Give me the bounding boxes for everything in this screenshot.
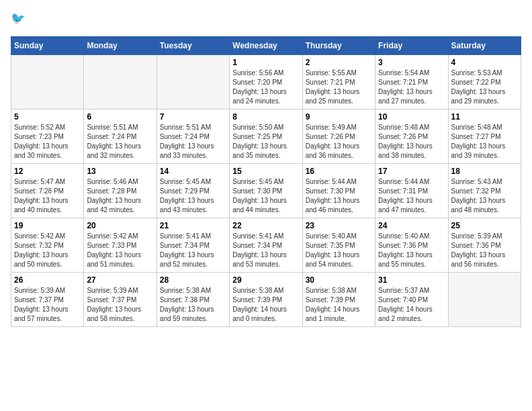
calendar-cell: 21Sunrise: 5:41 AMSunset: 7:34 PMDayligh…	[157, 218, 229, 273]
day-number: 15	[232, 167, 299, 176]
calendar-cell: 17Sunrise: 5:44 AMSunset: 7:31 PMDayligh…	[375, 164, 448, 218]
day-number: 26	[14, 275, 81, 285]
weekday-header: Friday	[375, 37, 448, 55]
day-number: 7	[160, 112, 226, 122]
calendar-week-row: 19Sunrise: 5:42 AMSunset: 7:32 PMDayligh…	[11, 218, 521, 273]
day-info: Sunrise: 5:49 AMSunset: 7:26 PMDaylight:…	[306, 123, 372, 161]
calendar-cell	[11, 55, 84, 109]
calendar-cell: 11Sunrise: 5:48 AMSunset: 7:27 PMDayligh…	[448, 109, 521, 164]
day-info: Sunrise: 5:43 AMSunset: 7:32 PMDaylight:…	[451, 177, 518, 215]
calendar-cell: 2Sunrise: 5:55 AMSunset: 7:21 PMDaylight…	[302, 55, 375, 109]
calendar-cell: 24Sunrise: 5:40 AMSunset: 7:36 PMDayligh…	[375, 218, 448, 273]
day-number: 1	[232, 58, 299, 67]
day-number: 30	[306, 275, 372, 285]
calendar-cell: 8Sunrise: 5:50 AMSunset: 7:25 PMDaylight…	[230, 109, 302, 164]
calendar-cell: 5Sunrise: 5:52 AMSunset: 7:23 PMDaylight…	[11, 109, 84, 164]
day-info: Sunrise: 5:44 AMSunset: 7:31 PMDaylight:…	[378, 177, 445, 215]
day-info: Sunrise: 5:37 AMSunset: 7:40 PMDaylight:…	[378, 286, 445, 324]
weekday-header: Monday	[84, 37, 157, 55]
calendar-cell: 1Sunrise: 5:56 AMSunset: 7:20 PMDaylight…	[230, 55, 302, 109]
day-number: 6	[87, 112, 153, 122]
day-number: 5	[14, 112, 81, 122]
day-info: Sunrise: 5:38 AMSunset: 7:39 PMDaylight:…	[232, 286, 299, 324]
day-info: Sunrise: 5:56 AMSunset: 7:20 PMDaylight:…	[232, 68, 299, 106]
day-number: 2	[306, 58, 372, 67]
day-info: Sunrise: 5:41 AMSunset: 7:34 PMDaylight:…	[232, 232, 299, 269]
calendar-cell	[84, 55, 157, 109]
calendar-cell: 22Sunrise: 5:41 AMSunset: 7:34 PMDayligh…	[230, 218, 302, 273]
day-info: Sunrise: 5:39 AMSunset: 7:37 PMDaylight:…	[14, 286, 81, 324]
day-number: 13	[87, 167, 153, 176]
calendar-table: SundayMondayTuesdayWednesdayThursdayFrid…	[11, 36, 521, 327]
day-number: 28	[160, 275, 226, 285]
day-info: Sunrise: 5:38 AMSunset: 7:39 PMDaylight:…	[306, 286, 372, 324]
day-info: Sunrise: 5:44 AMSunset: 7:30 PMDaylight:…	[306, 177, 372, 215]
calendar-cell: 25Sunrise: 5:39 AMSunset: 7:36 PMDayligh…	[448, 218, 521, 273]
calendar-cell: 19Sunrise: 5:42 AMSunset: 7:32 PMDayligh…	[11, 218, 84, 273]
calendar-cell: 6Sunrise: 5:51 AMSunset: 7:24 PMDaylight…	[84, 109, 157, 164]
calendar-cell: 20Sunrise: 5:42 AMSunset: 7:33 PMDayligh…	[84, 218, 157, 273]
calendar-cell: 9Sunrise: 5:49 AMSunset: 7:26 PMDaylight…	[302, 109, 375, 164]
day-info: Sunrise: 5:45 AMSunset: 7:30 PMDaylight:…	[232, 177, 299, 215]
day-number: 4	[451, 58, 518, 67]
day-number: 24	[378, 221, 445, 230]
day-number: 10	[378, 112, 445, 122]
day-info: Sunrise: 5:47 AMSunset: 7:28 PMDaylight:…	[14, 177, 81, 215]
day-info: Sunrise: 5:40 AMSunset: 7:35 PMDaylight:…	[306, 232, 372, 269]
day-info: Sunrise: 5:51 AMSunset: 7:24 PMDaylight:…	[160, 123, 226, 161]
day-info: Sunrise: 5:42 AMSunset: 7:33 PMDaylight:…	[87, 232, 153, 269]
calendar-cell: 14Sunrise: 5:45 AMSunset: 7:29 PMDayligh…	[157, 164, 229, 218]
logo: 🐦	[11, 11, 32, 30]
calendar-cell: 26Sunrise: 5:39 AMSunset: 7:37 PMDayligh…	[11, 273, 84, 327]
day-number: 8	[232, 112, 299, 122]
weekday-header-row: SundayMondayTuesdayWednesdayThursdayFrid…	[11, 37, 521, 55]
calendar-week-row: 26Sunrise: 5:39 AMSunset: 7:37 PMDayligh…	[11, 273, 521, 327]
calendar-cell: 16Sunrise: 5:44 AMSunset: 7:30 PMDayligh…	[302, 164, 375, 218]
weekday-header: Sunday	[11, 37, 84, 55]
day-info: Sunrise: 5:55 AMSunset: 7:21 PMDaylight:…	[306, 68, 372, 106]
day-info: Sunrise: 5:45 AMSunset: 7:29 PMDaylight:…	[160, 177, 226, 215]
page-header: 🐦	[11, 11, 521, 30]
logo-icon: 🐦	[11, 11, 30, 30]
day-number: 3	[378, 58, 445, 67]
calendar-cell: 30Sunrise: 5:38 AMSunset: 7:39 PMDayligh…	[302, 273, 375, 327]
calendar-cell	[448, 273, 521, 327]
day-info: Sunrise: 5:53 AMSunset: 7:22 PMDaylight:…	[451, 68, 518, 106]
weekday-header: Saturday	[448, 37, 521, 55]
day-info: Sunrise: 5:41 AMSunset: 7:34 PMDaylight:…	[160, 232, 226, 269]
calendar-cell: 31Sunrise: 5:37 AMSunset: 7:40 PMDayligh…	[375, 273, 448, 327]
day-number: 9	[306, 112, 372, 122]
day-info: Sunrise: 5:39 AMSunset: 7:36 PMDaylight:…	[451, 232, 518, 269]
calendar-cell: 29Sunrise: 5:38 AMSunset: 7:39 PMDayligh…	[230, 273, 302, 327]
weekday-header: Tuesday	[157, 37, 229, 55]
day-number: 21	[160, 221, 226, 230]
calendar-week-row: 12Sunrise: 5:47 AMSunset: 7:28 PMDayligh…	[11, 164, 521, 218]
day-info: Sunrise: 5:51 AMSunset: 7:24 PMDaylight:…	[87, 123, 153, 161]
calendar-cell: 13Sunrise: 5:46 AMSunset: 7:28 PMDayligh…	[84, 164, 157, 218]
day-info: Sunrise: 5:46 AMSunset: 7:28 PMDaylight:…	[87, 177, 153, 215]
calendar-cell: 4Sunrise: 5:53 AMSunset: 7:22 PMDaylight…	[448, 55, 521, 109]
calendar-cell: 3Sunrise: 5:54 AMSunset: 7:21 PMDaylight…	[375, 55, 448, 109]
calendar-cell: 10Sunrise: 5:48 AMSunset: 7:26 PMDayligh…	[375, 109, 448, 164]
calendar-cell: 23Sunrise: 5:40 AMSunset: 7:35 PMDayligh…	[302, 218, 375, 273]
day-number: 12	[14, 167, 81, 176]
calendar-cell: 12Sunrise: 5:47 AMSunset: 7:28 PMDayligh…	[11, 164, 84, 218]
day-number: 18	[451, 167, 518, 176]
calendar-week-row: 5Sunrise: 5:52 AMSunset: 7:23 PMDaylight…	[11, 109, 521, 164]
calendar-week-row: 1Sunrise: 5:56 AMSunset: 7:20 PMDaylight…	[11, 55, 521, 109]
day-number: 11	[451, 112, 518, 122]
calendar-cell: 15Sunrise: 5:45 AMSunset: 7:30 PMDayligh…	[230, 164, 302, 218]
day-info: Sunrise: 5:40 AMSunset: 7:36 PMDaylight:…	[378, 232, 445, 269]
weekday-header: Wednesday	[230, 37, 302, 55]
day-info: Sunrise: 5:52 AMSunset: 7:23 PMDaylight:…	[14, 123, 81, 161]
day-info: Sunrise: 5:42 AMSunset: 7:32 PMDaylight:…	[14, 232, 81, 269]
day-number: 25	[451, 221, 518, 230]
weekday-header: Thursday	[302, 37, 375, 55]
day-number: 22	[232, 221, 299, 230]
day-number: 17	[378, 167, 445, 176]
day-number: 20	[87, 221, 153, 230]
svg-text:🐦: 🐦	[11, 11, 26, 26]
day-number: 23	[306, 221, 372, 230]
calendar-cell: 27Sunrise: 5:39 AMSunset: 7:37 PMDayligh…	[84, 273, 157, 327]
day-info: Sunrise: 5:39 AMSunset: 7:37 PMDaylight:…	[87, 286, 153, 324]
